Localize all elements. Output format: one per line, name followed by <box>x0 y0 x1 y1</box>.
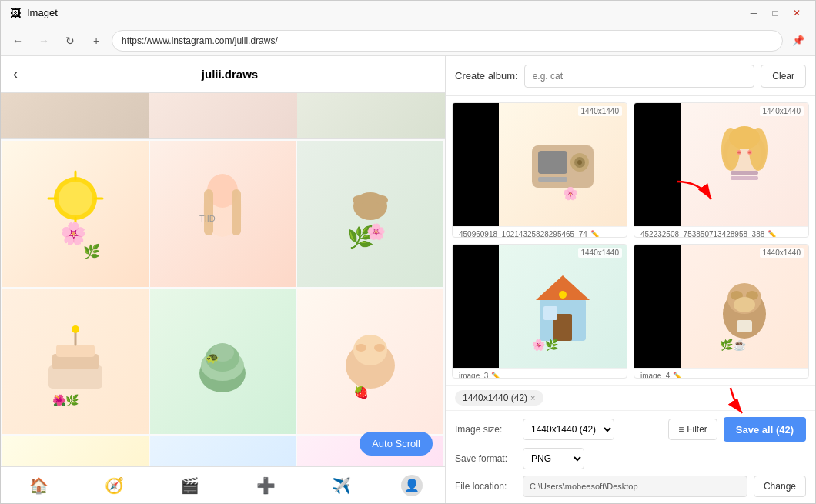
file-location-row: File location: Change <box>455 476 806 497</box>
address-bar[interactable] <box>112 30 783 52</box>
grid-cell[interactable]: 🌺🌿 <box>2 289 149 435</box>
grid-illustration: 🐢 <box>150 289 296 435</box>
svg-point-55 <box>737 152 741 154</box>
grid-illustration: 🍓 <box>297 289 443 435</box>
nav-reels-icon[interactable]: 🎬 <box>174 470 206 501</box>
change-button[interactable]: Change <box>754 476 806 497</box>
grid-cell[interactable]: 🐣 🌸 <box>2 436 149 466</box>
grid-illustration: 🌸 🌿 <box>2 141 149 287</box>
edit-icon[interactable]: ✏️ <box>590 230 600 238</box>
image-grid: 🌸 🌿 <box>1 139 445 466</box>
extension-icon: 📌 <box>788 30 809 52</box>
back-button[interactable]: ← <box>7 30 28 52</box>
grid-illustration: 🌿 🐱 <box>150 436 296 466</box>
save-format-row: Save format: PNG JPG WEBP <box>455 448 806 469</box>
nav-explore-icon[interactable]: 🧭 <box>99 470 130 501</box>
svg-text:🌺🌿: 🌺🌿 <box>52 394 79 407</box>
svg-point-63 <box>559 291 567 299</box>
instagram-panel: ‹ julii.draws <box>1 56 446 503</box>
grid-cell[interactable]: 🌿 🌸 <box>297 141 443 287</box>
grid-cell[interactable]: TIID <box>150 141 296 287</box>
svg-point-1 <box>59 182 92 215</box>
nav-messages-icon[interactable]: ✈️ <box>326 470 357 501</box>
card-image-container: 1440x1440 <box>634 245 808 368</box>
svg-rect-20 <box>56 345 95 357</box>
nav-add-icon[interactable]: ➕ <box>250 470 282 501</box>
nav-home-icon[interactable]: 🏠 <box>23 470 55 501</box>
save-format-label: Save format: <box>455 453 517 464</box>
nav-profile-icon[interactable]: 👤 <box>401 475 423 496</box>
card-image-container: 1440x1440 🌸🌿 <box>453 245 627 368</box>
svg-text:🌸: 🌸 <box>366 222 386 241</box>
svg-text:🌸🌿: 🌸🌿 <box>532 339 559 352</box>
profile-header: ‹ julii.draws <box>1 56 445 93</box>
card-illustration: 🌸 <box>499 103 627 226</box>
svg-rect-10 <box>204 189 213 235</box>
image-size-select[interactable]: 1440x1440 (42) <box>523 419 614 440</box>
clear-button[interactable]: Clear <box>761 65 806 88</box>
format-select[interactable]: PNG JPG WEBP <box>523 448 584 469</box>
card-illustration: 🌸🌿 <box>499 245 627 368</box>
main-content: ‹ julii.draws <box>1 56 815 503</box>
strip-image-1 <box>1 93 149 139</box>
card-footer: image_3 ✏️ Save <box>453 368 627 379</box>
grid-illustration: 🌿 🌸 <box>297 141 443 287</box>
imaget-panel: Create album: Clear 1440x1440 <box>446 56 815 503</box>
card-black-panel <box>453 103 499 226</box>
profile-back-button[interactable]: ‹ <box>13 66 18 82</box>
maximize-button[interactable]: □ <box>766 4 784 22</box>
minimize-button[interactable]: ─ <box>744 4 763 22</box>
grid-cell[interactable]: 🌿 🐱 <box>150 436 296 466</box>
svg-rect-58 <box>731 176 758 180</box>
edit-icon[interactable]: ✏️ <box>491 372 500 379</box>
auto-scroll-button[interactable]: Auto Scroll <box>360 432 433 456</box>
strip-image-3 <box>297 93 445 139</box>
image-card: 1440x1440 <box>634 102 809 238</box>
filter-button[interactable]: ≡ Filter <box>668 419 717 440</box>
svg-point-15 <box>376 195 388 205</box>
refresh-button[interactable]: ↻ <box>59 30 81 52</box>
file-location-label: File location: <box>455 481 517 492</box>
svg-rect-11 <box>232 189 241 235</box>
svg-point-52 <box>729 126 760 149</box>
forward-button[interactable]: → <box>33 30 55 52</box>
grid-illustration: 🐣 🌸 <box>2 436 149 466</box>
card-filename: 452232508_753850713428958_388 ✏️ <box>640 230 802 238</box>
card-image-container: 1440x1440 🌸 <box>453 103 627 226</box>
titlebar: 🖼 Imaget ─ □ ✕ <box>1 1 815 25</box>
card-dimensions: 1440x1440 <box>760 248 804 258</box>
svg-text:🍓: 🍓 <box>353 385 369 399</box>
card-illustration: 🌿☕ <box>681 245 808 368</box>
card-image-container: 1440x1440 <box>634 103 808 226</box>
edit-icon[interactable]: ✏️ <box>768 230 777 238</box>
new-tab-button[interactable]: + <box>85 30 107 52</box>
svg-text:🌸: 🌸 <box>60 221 87 246</box>
album-input[interactable] <box>524 65 755 88</box>
card-dimensions: 1440x1440 <box>760 106 804 116</box>
card-black-panel <box>634 245 681 368</box>
left-panel-content: 🌸 🌿 <box>1 139 445 503</box>
album-label: Create album: <box>455 70 518 82</box>
svg-point-14 <box>353 195 365 205</box>
svg-point-22 <box>72 325 79 333</box>
image-size-label: Image size: <box>455 424 517 435</box>
tag-remove-button[interactable]: × <box>530 393 535 402</box>
top-strip-inner <box>1 93 445 139</box>
close-button[interactable]: ✕ <box>788 4 806 22</box>
svg-rect-70 <box>737 320 752 332</box>
grid-cell[interactable]: 🍓 <box>297 289 443 435</box>
svg-text:🌿☕: 🌿☕ <box>720 339 747 352</box>
app-window: 🖼 Imaget ─ □ ✕ ← → ↻ + 📌 ‹ julii.draws <box>0 0 816 504</box>
grid-cell[interactable]: 🐢 <box>150 289 296 435</box>
grid-cell[interactable]: 🌸 🌿 <box>2 141 149 287</box>
svg-point-69 <box>734 297 755 312</box>
image-card: 1440x1440 <box>634 244 809 379</box>
bottom-navigation: 🏠 🧭 🎬 ➕ ✈️ 👤 <box>1 466 445 503</box>
svg-text:🐢: 🐢 <box>206 352 219 365</box>
file-location-input[interactable] <box>523 476 747 497</box>
image-card: 1440x1440 🌸🌿 <box>452 244 627 379</box>
svg-rect-41 <box>538 151 567 174</box>
card-dimensions: 1440x1440 <box>578 106 623 116</box>
image-grid-wrapper[interactable]: 🌸 🌿 <box>1 139 445 466</box>
edit-icon[interactable]: ✏️ <box>673 372 682 379</box>
